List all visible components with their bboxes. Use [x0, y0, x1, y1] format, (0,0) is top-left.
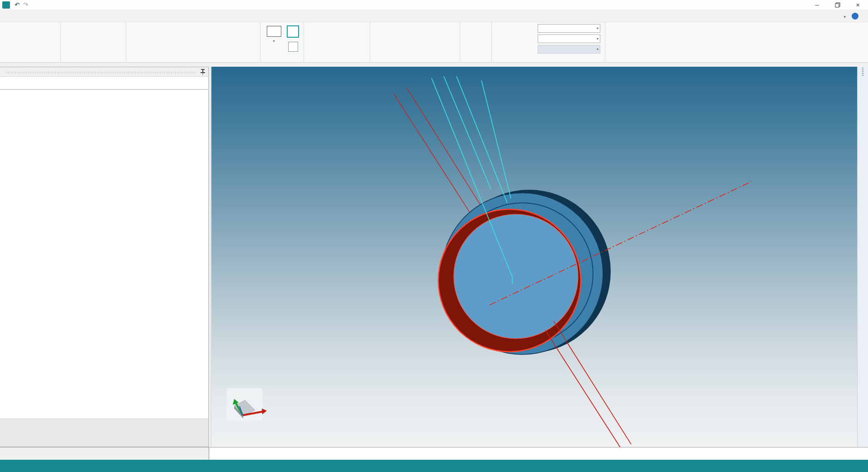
ribbon-group-units: ▾ ▾ ▾: [492, 22, 605, 62]
blind-face: [454, 214, 578, 339]
red-line-1-front: [545, 330, 622, 447]
help-icon[interactable]: [852, 13, 858, 20]
cc-icon: [287, 25, 299, 38]
ribbon-group-label: [460, 54, 491, 62]
minimize-button[interactable]: ─: [807, 0, 827, 10]
redo-icon[interactable]: ↷: [23, 1, 28, 8]
units-select[interactable]: ▾: [538, 24, 600, 33]
ribbon-group-analyze: [460, 22, 492, 62]
general-input-panel: [0, 67, 209, 447]
input-transfer-icon: [267, 26, 281, 37]
viewport-3d[interactable]: [211, 67, 857, 447]
ribbon-group-elements: [61, 22, 126, 62]
ribbon-group-label: [126, 54, 260, 62]
ribbon-group-file: [0, 22, 61, 62]
div2-class-select: ▾: [538, 45, 600, 54]
ribbon: ▾: [0, 22, 868, 63]
status-bar: [0, 460, 868, 472]
pvelite-window: ↶ ↷ ─ × ▾: [0, 0, 868, 472]
panel-bottom-filler: [0, 418, 208, 447]
bottom-tab-bar: [0, 447, 868, 460]
ribbon-group-label: [304, 54, 370, 62]
options-menu[interactable]: ▾: [842, 13, 846, 20]
ribbon-group-auxiliary: [370, 22, 460, 62]
toolbar-grip[interactable]: [862, 68, 863, 76]
panel-header-texture: [6, 71, 196, 74]
view-tool-strip: [857, 67, 868, 447]
titlebar: ↶ ↷ ─ ×: [0, 0, 868, 10]
restore-button[interactable]: [827, 0, 848, 10]
ribbon-group-details: [126, 22, 260, 62]
undo-icon[interactable]: ↶: [15, 1, 20, 8]
edit-output-button[interactable]: [287, 40, 299, 54]
axis-triad: [226, 388, 267, 421]
main-area: [0, 63, 868, 447]
ribbon-group-label: [492, 54, 605, 61]
menubar: ▾: [0, 10, 868, 22]
pin-icon[interactable]: [200, 69, 206, 75]
ribbon-group-label: [61, 54, 126, 62]
property-grid: [0, 89, 208, 418]
record-nav-toolbar: [0, 77, 208, 89]
cc-button[interactable]: [287, 25, 299, 38]
close-button[interactable]: ×: [848, 0, 868, 10]
ribbon-group-label: [0, 54, 60, 62]
app-logo-icon: [2, 1, 10, 9]
edit-page-icon: [288, 42, 298, 52]
ribbon-group-io: ▾: [260, 22, 304, 62]
ribbon-group-label: [370, 54, 460, 62]
ribbon-group-utility: [304, 22, 370, 62]
ribbon-group-label: [260, 54, 304, 62]
design-code-select[interactable]: ▾: [538, 34, 600, 43]
input-button[interactable]: ▾: [265, 25, 283, 43]
red-line-2-front: [554, 321, 631, 444]
